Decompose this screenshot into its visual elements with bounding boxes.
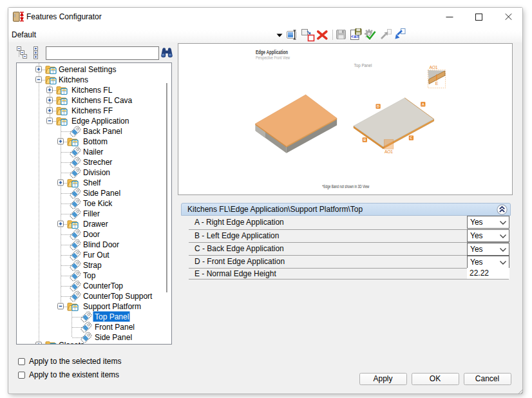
svg-text:Edge Application: Edge Application bbox=[71, 117, 129, 126]
svg-text:Strecher: Strecher bbox=[83, 158, 112, 167]
svg-text:Kitchens: Kitchens bbox=[59, 75, 88, 84]
svg-text:Fur Out: Fur Out bbox=[83, 251, 109, 260]
svg-text:Edge Application: Edge Application bbox=[256, 50, 288, 55]
svg-text:Kitchens FL: Kitchens FL bbox=[71, 86, 113, 95]
svg-text:AO1: AO1 bbox=[430, 65, 438, 70]
svg-text:Door: Door bbox=[83, 230, 100, 239]
svg-text:Front Panel: Front Panel bbox=[95, 323, 135, 332]
svg-text:B: B bbox=[363, 138, 366, 142]
svg-text:E: E bbox=[435, 81, 439, 86]
svg-text:Top Panel: Top Panel bbox=[95, 312, 129, 321]
svg-text:Toe Kick: Toe Kick bbox=[83, 199, 113, 208]
svg-text:Shelf: Shelf bbox=[83, 178, 101, 187]
svg-text:Filler: Filler bbox=[83, 209, 100, 218]
svg-text:Nailer: Nailer bbox=[83, 147, 103, 156]
svg-text:Top: Top bbox=[83, 271, 96, 280]
svg-text:General Settings: General Settings bbox=[59, 65, 116, 74]
svg-text:Bottom: Bottom bbox=[83, 137, 108, 146]
svg-text:Kitchens FF: Kitchens FF bbox=[71, 106, 113, 115]
svg-text:Strap: Strap bbox=[83, 261, 102, 270]
svg-text:CounterTop Support: CounterTop Support bbox=[83, 292, 153, 301]
svg-text:Blind Door: Blind Door bbox=[83, 240, 119, 249]
svg-text:Division: Division bbox=[83, 168, 110, 177]
svg-text:*Edge Band not shown in 3D Vie: *Edge Band not shown in 3D View bbox=[322, 184, 369, 189]
svg-text:CounterTop: CounterTop bbox=[83, 281, 123, 290]
svg-text:Support Platform: Support Platform bbox=[83, 302, 141, 311]
svg-text:Back Panel: Back Panel bbox=[83, 127, 122, 136]
svg-text:Drawer: Drawer bbox=[83, 220, 108, 229]
svg-text:Perspective Front View: Perspective Front View bbox=[256, 55, 290, 61]
svg-text:Top Panel: Top Panel bbox=[354, 63, 372, 68]
svg-text:Kitchens FL Cava: Kitchens FL Cava bbox=[71, 96, 133, 105]
svg-text:Side Panel: Side Panel bbox=[83, 189, 120, 198]
svg-text:D: D bbox=[377, 104, 379, 108]
svg-text:AO1: AO1 bbox=[385, 149, 393, 154]
svg-text:Side Panel: Side Panel bbox=[95, 333, 132, 342]
